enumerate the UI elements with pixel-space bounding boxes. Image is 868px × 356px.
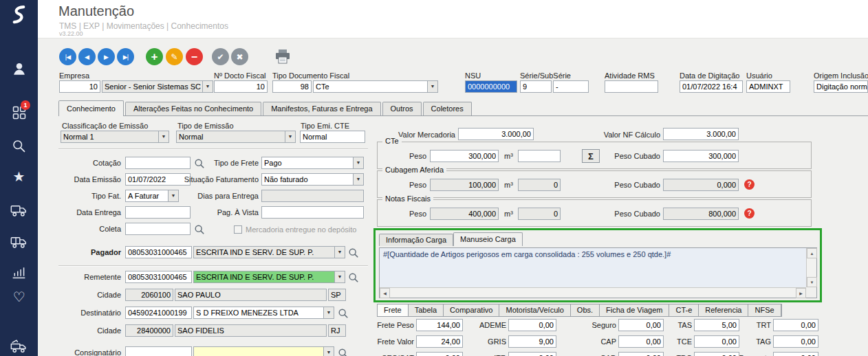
- tab-obs[interactable]: Obs.: [571, 304, 600, 316]
- remetente-lookup-button[interactable]: [347, 271, 360, 284]
- edit-record-button[interactable]: ✎: [166, 48, 183, 65]
- delete-record-button[interactable]: −: [186, 48, 203, 65]
- combo-arrow-icon[interactable]: ▼: [334, 271, 345, 282]
- notas-peso-field[interactable]: 400,000: [430, 208, 499, 220]
- serie-field[interactable]: 9: [520, 80, 552, 93]
- consignatario-combo[interactable]: ▼: [193, 346, 334, 356]
- trt-field[interactable]: 0,00: [773, 319, 818, 331]
- pagador-code-field[interactable]: 08053031000465: [125, 246, 192, 258]
- tab-conhecimento[interactable]: Conhecimento: [58, 100, 124, 116]
- consignatario-lookup-button[interactable]: [337, 347, 349, 356]
- horizontal-scrollbar[interactable]: ◀ ▶: [380, 287, 806, 298]
- nav-next-button[interactable]: ▶: [98, 48, 115, 65]
- carga-textarea[interactable]: #[Quantidade de Artigos perigosos em car…: [379, 247, 817, 298]
- tipo-frete-combo[interactable]: Pago▼: [261, 157, 364, 169]
- empresa-code-field[interactable]: 10: [59, 80, 100, 93]
- sidebar-item-favorites[interactable]: ★: [10, 167, 28, 186]
- pagador-combo[interactable]: ESCRITA IND E SERV. DE SUP. P.▼: [193, 246, 345, 258]
- sidebar-item-search[interactable]: [10, 137, 28, 155]
- tab-manifestos[interactable]: Manifestos, Faturas e Entrega: [263, 102, 380, 115]
- tab-frete[interactable]: Frete: [378, 304, 409, 316]
- destinatario-combo[interactable]: S D FREIXO MENEZES LTDA▼: [193, 307, 334, 319]
- sidebar-item-profile[interactable]: [10, 59, 28, 78]
- frete-peso-field[interactable]: 144,00: [416, 319, 463, 331]
- dias-entrega-field[interactable]: [261, 190, 364, 202]
- nav-previous-button[interactable]: ◀: [78, 48, 96, 65]
- tab-alteracoes[interactable]: Alterações Feitas no Conhecimento: [125, 102, 261, 115]
- help-icon[interactable]: ?: [744, 208, 755, 219]
- combo-arrow-icon[interactable]: ▼: [323, 307, 334, 318]
- cidade-destinatario-code-field[interactable]: 28400000: [125, 324, 173, 337]
- coleta-lookup-button[interactable]: [193, 223, 206, 236]
- sidebar-item-shipments[interactable]: [10, 201, 28, 219]
- scroll-up-icon[interactable]: ▲: [807, 248, 817, 258]
- ademe-field[interactable]: 0,00: [508, 319, 556, 331]
- combo-arrow-icon[interactable]: ▼: [353, 174, 363, 185]
- nsu-field[interactable]: 0000000000: [465, 80, 517, 93]
- tab-informacao-carga[interactable]: Informação Carga: [379, 234, 453, 246]
- tab-nfse[interactable]: NFSe: [748, 304, 781, 316]
- remetente-combo[interactable]: ESCRITA IND E SERV. DE SUP. P.▼: [193, 271, 345, 283]
- gris-field[interactable]: 9,00: [508, 335, 556, 348]
- vertical-scrollbar[interactable]: ▲ ▼: [806, 248, 816, 287]
- subserie-field[interactable]: -: [553, 80, 589, 93]
- tipo-emissao-combo[interactable]: Normal▼: [176, 131, 296, 143]
- consignatario-code-field[interactable]: [125, 346, 192, 356]
- tag-field[interactable]: 0,00: [773, 335, 818, 348]
- remetente-code-field[interactable]: 08053031000465: [125, 271, 192, 283]
- add-record-button[interactable]: +: [146, 48, 163, 65]
- sec-cat-field[interactable]: 0,00: [416, 352, 463, 356]
- scroll-left-icon[interactable]: ◀: [380, 288, 390, 298]
- valor-nf-field[interactable]: 3.000,00: [663, 128, 739, 140]
- cidade-remetente-code-field[interactable]: 2060100: [125, 289, 173, 301]
- situacao-combo[interactable]: Não faturado▼: [261, 173, 364, 186]
- tab-outros[interactable]: Outros: [382, 102, 422, 115]
- cubagem-peso-field[interactable]: 100,000: [430, 179, 499, 191]
- empresa-combo[interactable]: Senior - Senior Sistemas SC▼: [102, 80, 213, 93]
- nav-first-button[interactable]: |◀: [59, 48, 76, 65]
- tab-comparativo[interactable]: Comparativo: [444, 304, 499, 316]
- data-digitacao-field[interactable]: 01/07/2022 16:4: [680, 80, 743, 93]
- tab-motorista-veiculo[interactable]: Motorista/Veículo: [499, 304, 570, 316]
- cubagem-peso-cubado-field[interactable]: 0,000: [663, 179, 739, 191]
- cte-peso-field[interactable]: 300,000: [430, 150, 499, 162]
- desconto-field[interactable]: 0,00: [773, 352, 818, 356]
- itr-field[interactable]: 0,00: [508, 352, 556, 356]
- combo-arrow-icon[interactable]: ▼: [334, 247, 345, 258]
- cancel-button[interactable]: ✖: [231, 48, 248, 65]
- frete-valor-field[interactable]: 24,00: [416, 335, 463, 348]
- docto-field[interactable]: 10: [214, 80, 268, 93]
- combo-arrow-icon[interactable]: ▼: [202, 81, 213, 92]
- tipo-emi-cte-field[interactable]: Normal: [300, 131, 365, 143]
- destinatario-lookup-button[interactable]: [337, 307, 349, 320]
- sidebar-logo[interactable]: [10, 5, 28, 24]
- tipo-doc-code-field[interactable]: 98: [272, 80, 312, 93]
- nav-last-button[interactable]: ▶|: [117, 48, 134, 65]
- tipo-doc-combo[interactable]: CTe▼: [313, 80, 438, 93]
- atividade-field[interactable]: [605, 80, 658, 93]
- cidade-remetente-uf-field[interactable]: SP: [328, 289, 346, 301]
- mercadoria-checkbox[interactable]: [234, 225, 242, 234]
- notas-peso-cubado-field[interactable]: 800,000: [663, 208, 739, 220]
- help-icon[interactable]: ?: [744, 179, 755, 190]
- origem-field[interactable]: Digitação normal: [814, 80, 868, 93]
- coleta-field[interactable]: [125, 223, 191, 235]
- sum-button[interactable]: Σ: [582, 149, 600, 163]
- destinatario-code-field[interactable]: 04590241000199: [125, 307, 192, 319]
- cte-m3-field[interactable]: [518, 150, 561, 162]
- sidebar-item-reports[interactable]: [10, 263, 28, 281]
- scroll-right-icon[interactable]: ▶: [796, 288, 806, 298]
- sidebar-item-fleet[interactable]: [10, 232, 28, 251]
- combo-arrow-icon[interactable]: ▼: [168, 190, 178, 201]
- classificacao-combo[interactable]: Normal 1▼: [61, 131, 169, 143]
- pagador-lookup-button[interactable]: [347, 247, 360, 259]
- tab-referencia[interactable]: Referencia: [699, 304, 748, 316]
- combo-arrow-icon[interactable]: ▼: [323, 347, 334, 356]
- combo-arrow-icon[interactable]: ▼: [427, 81, 437, 92]
- tab-manuseio-carga[interactable]: Manuseio Carga: [453, 232, 523, 246]
- notas-m3-field[interactable]: 0: [518, 208, 561, 220]
- sidebar-item-logistics[interactable]: [10, 337, 28, 355]
- tab-coletores[interactable]: Coletores: [423, 102, 472, 115]
- cidade-destinatario-uf-field[interactable]: RJ: [328, 324, 346, 337]
- cidade-remetente-name-field[interactable]: SAO PAULO: [175, 289, 327, 301]
